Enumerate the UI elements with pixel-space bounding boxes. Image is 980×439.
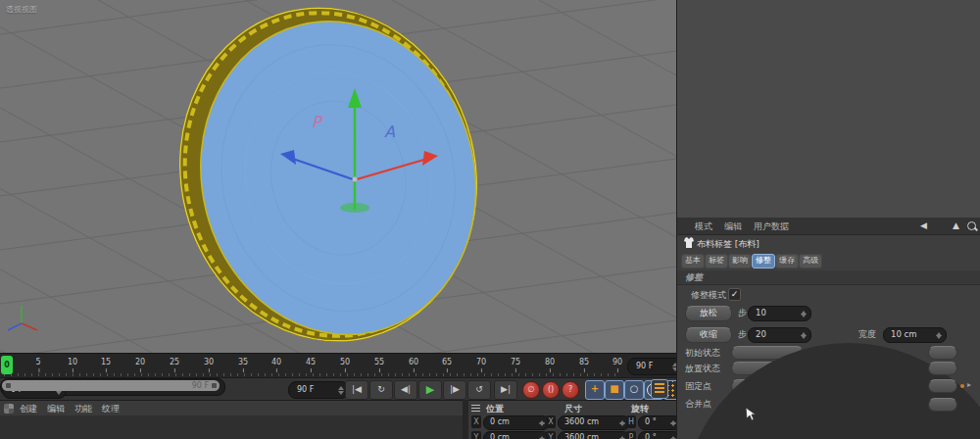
viewport-perspective[interactable]: P A 透视视图 [0, 0, 676, 353]
record-button[interactable]: ∅ [522, 381, 540, 399]
ruler-tick: 5 [35, 358, 40, 366]
play-loop-button[interactable]: ↻ [369, 380, 393, 400]
merge-points-extra-button[interactable] [928, 398, 957, 412]
fix-points-more-icon[interactable]: ▸ [967, 380, 971, 389]
attribute-manager: 模式 编辑 用户数据 ◀ ▲ 布料标签 [布料] 基本 标签 影响 修整 缓存 … [676, 218, 980, 439]
size-y-field[interactable]: 3600 cm [558, 431, 630, 439]
tab-tag[interactable]: 标签 [705, 254, 728, 268]
rotation-header: 旋转 [631, 403, 649, 415]
tab-basic[interactable]: 基本 [681, 254, 705, 268]
viewport-label[interactable]: 透视视图 [6, 4, 37, 15]
material-menu-function[interactable]: 功能 [74, 403, 92, 415]
material-menu-create[interactable]: 创建 [20, 403, 37, 415]
end-frame-field[interactable]: 90 F [627, 358, 683, 375]
size-x-label: X [546, 415, 556, 428]
attr-menu-userdata[interactable]: 用户数据 [754, 220, 789, 233]
width-field[interactable]: 10 cm [883, 327, 947, 343]
ruler-tick: 50 [340, 358, 350, 366]
pos-y-field[interactable]: 0 cm [483, 431, 550, 439]
history-back-icon[interactable]: ◀ [920, 220, 927, 230]
pos-x-label: X [471, 415, 481, 428]
ruler-tick: 40 [271, 358, 281, 366]
range-end-field[interactable]: 90 F [288, 381, 349, 399]
gizmo-center[interactable] [353, 177, 358, 182]
material-manager-menubar: 创建 编辑 功能 纹理 [0, 400, 463, 416]
keyframe-presets-button[interactable] [651, 379, 668, 399]
init-state-label: 初始状态 [685, 347, 720, 360]
goto-start-button[interactable]: |◀ [345, 380, 368, 400]
shrink-button[interactable]: 收缩 [685, 327, 732, 343]
tab-cache[interactable]: 缓存 [775, 254, 799, 268]
timeline-ruler[interactable]: 0 5 10 15 20 25 30 35 40 45 50 55 60 65 … [0, 353, 676, 378]
range-end-inline-label: 90 F [192, 380, 209, 391]
pos-x-field[interactable]: 0 cm [483, 415, 550, 430]
mouse-cursor [744, 407, 758, 422]
ruler-minor-ticks [4, 373, 621, 376]
shrink-steps-label: 步 [738, 328, 747, 341]
ruler-tick: 35 [238, 358, 248, 366]
attr-menu-mode[interactable]: 模式 [695, 220, 712, 233]
object-header-row[interactable]: 布料标签 [布料] [677, 235, 980, 251]
preview-range-bar[interactable]: 90 F [2, 380, 220, 391]
material-list-area[interactable] [0, 415, 463, 439]
play-button[interactable]: ▶ [418, 380, 442, 400]
position-header: 位置 [486, 403, 504, 415]
material-menu-texture[interactable]: 纹理 [102, 403, 120, 415]
ruler-tick: 25 [170, 358, 179, 366]
coordinates-manager: 位置 尺寸 旋转 X 0 cm X 3600 cm H 0 ° Y 0 cm Y… [468, 400, 676, 439]
timeline-playhead[interactable]: 0 [1, 356, 13, 374]
ruler-tick: 60 [409, 358, 418, 366]
rot-h-field[interactable]: 0 ° [638, 415, 681, 430]
rot-p-label: P [626, 431, 636, 439]
tab-forces[interactable]: 影响 [728, 254, 752, 268]
rot-p-field[interactable]: 0 ° [638, 431, 681, 439]
previous-frame-button[interactable]: ◀| [394, 380, 417, 400]
dresser-section-label: 修整 [685, 271, 703, 284]
fix-points-label: 固定点 [685, 380, 711, 393]
dress-state-show-button[interactable] [928, 362, 957, 375]
ruler-tick: 85 [579, 358, 589, 366]
ruler-tick: 30 [204, 358, 214, 366]
size-x-field[interactable]: 3600 cm [558, 415, 630, 430]
material-menu-edit[interactable]: 编辑 [47, 403, 65, 415]
relax-button[interactable]: 放松 [685, 306, 732, 321]
pointer-icon[interactable]: ▲ [953, 220, 959, 230]
world-axis-indicator [8, 306, 37, 330]
tab-expert[interactable]: 高级 [799, 254, 822, 268]
fix-points-dot-icon [960, 384, 964, 388]
key-position-toggle[interactable]: + [585, 380, 605, 400]
ruler-tick: 20 [135, 358, 145, 366]
ruler-tick: 55 [374, 358, 384, 366]
disc-object[interactable] [145, 0, 512, 353]
attr-menu-edit[interactable]: 编辑 [724, 220, 742, 233]
tab-dresser[interactable]: 修整 [752, 254, 775, 268]
dresser-section-row[interactable]: 修整 [677, 270, 980, 285]
coordinates-menu-icon[interactable] [471, 405, 480, 412]
autokey-button[interactable]: () [542, 381, 560, 399]
next-frame-button[interactable]: |▶ [443, 380, 466, 400]
rot-h-label: H [626, 415, 636, 428]
cloth-tag-icon [683, 237, 695, 249]
object-name: 布料标签 [布料] [697, 238, 760, 251]
ruler-tick: 80 [545, 358, 555, 366]
size-header: 尺寸 [564, 403, 582, 415]
keyframe-selection-button[interactable]: ? [562, 381, 579, 399]
ruler-tick: 45 [306, 358, 316, 366]
init-state-show-button[interactable] [928, 346, 957, 360]
relax-steps-label: 步 [738, 307, 747, 319]
fix-points-show-button[interactable] [928, 379, 957, 393]
range-end-handle[interactable] [212, 383, 217, 388]
goto-end-button[interactable]: ▶| [494, 380, 517, 400]
dress-mode-checkbox[interactable]: ✓ [728, 288, 741, 301]
relax-steps-field[interactable]: 10 [748, 306, 811, 321]
width-label: 宽度 [858, 328, 876, 341]
search-icon[interactable] [967, 221, 976, 230]
play-backwards-button[interactable]: ↺ [467, 380, 491, 400]
shrink-steps-field[interactable]: 20 [748, 327, 811, 343]
key-scale-toggle[interactable]: ■ [605, 380, 624, 400]
range-start-handle[interactable] [6, 383, 11, 388]
ruler-tick: 10 [68, 358, 77, 366]
viewport-canvas: P A [0, 0, 676, 353]
ruler-tick: 75 [511, 358, 520, 366]
key-rotation-toggle[interactable]: ○ [624, 380, 644, 400]
